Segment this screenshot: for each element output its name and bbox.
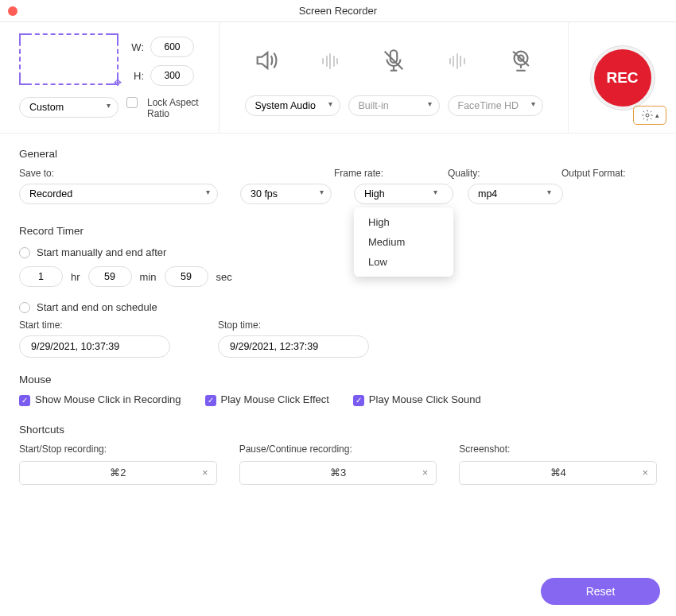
- region-preview[interactable]: ✥: [19, 33, 118, 85]
- start-time-label: Start time:: [19, 320, 170, 331]
- timer-manual-option[interactable]: Start manually and end after: [19, 246, 657, 258]
- clear-icon[interactable]: ×: [642, 467, 648, 478]
- shortcut-pause-input[interactable]: ⌘3×: [239, 461, 437, 485]
- record-timer-heading: Record Timer: [19, 225, 657, 237]
- svg-point-5: [646, 114, 649, 117]
- mic-disabled-icon: [380, 47, 407, 76]
- mic-level-icon: [449, 53, 465, 69]
- timer-manual-label: Start manually and end after: [37, 246, 166, 258]
- shortcut-screenshot-input[interactable]: ⌘4×: [459, 461, 657, 485]
- camera-disabled-icon: [507, 47, 534, 76]
- settings-toggle-button[interactable]: ▴: [633, 106, 666, 125]
- play-effect-checkbox[interactable]: Play Mouse Click Effect: [205, 393, 329, 406]
- height-input[interactable]: [150, 65, 194, 86]
- shortcut-pause-label: Pause/Continue recording:: [239, 444, 437, 455]
- output-format-select[interactable]: mp4: [468, 184, 563, 204]
- duration-hr-input[interactable]: [19, 266, 63, 287]
- audio-camera-section: System Audio Built-in FaceTime HD: [219, 22, 569, 133]
- move-icon: ✥: [114, 77, 122, 88]
- checked-icon: [353, 395, 364, 406]
- height-label: H:: [128, 70, 144, 82]
- speaker-level-icon: [322, 53, 338, 69]
- min-unit: min: [140, 271, 157, 283]
- save-to-select[interactable]: Recorded: [19, 184, 218, 204]
- quality-option-low[interactable]: Low: [354, 252, 453, 272]
- clear-icon[interactable]: ×: [202, 467, 208, 478]
- clear-icon[interactable]: ×: [422, 467, 429, 478]
- stop-time-label: Stop time:: [218, 320, 369, 331]
- shortcut-screenshot-label: Screenshot:: [459, 444, 657, 455]
- show-click-checkbox[interactable]: Show Mouse Click in Recording: [19, 393, 181, 406]
- save-to-label: Save to:: [19, 168, 312, 179]
- duration-sec-input[interactable]: [165, 266, 208, 287]
- timer-schedule-label: Start and end on schedule: [37, 301, 157, 313]
- titlebar: Screen Recorder: [0, 0, 676, 22]
- system-audio-select[interactable]: System Audio: [245, 95, 340, 116]
- radio-icon: [19, 247, 30, 258]
- checked-icon: [19, 395, 30, 406]
- reset-button[interactable]: Reset: [541, 578, 660, 605]
- region-section: ✥ W: H: Custom Lock Aspect Ratio: [0, 22, 219, 133]
- top-row: ✥ W: H: Custom Lock Aspect Ratio: [0, 22, 676, 134]
- quality-select[interactable]: High: [354, 184, 453, 204]
- window-title: Screen Recorder: [0, 5, 676, 17]
- region-mode-select[interactable]: Custom: [19, 97, 118, 118]
- output-format-label: Output Format:: [561, 168, 657, 179]
- mic-select[interactable]: Built-in: [348, 95, 440, 116]
- settings-panel: General Save to: Frame rate: Quality: Ou…: [0, 134, 676, 493]
- record-button[interactable]: REC: [591, 46, 655, 110]
- lock-aspect-checkbox[interactable]: Lock Aspect Ratio: [126, 97, 203, 120]
- speaker-icon: [253, 47, 280, 76]
- camera-select[interactable]: FaceTime HD: [448, 95, 543, 116]
- gear-icon: [641, 109, 654, 122]
- width-input[interactable]: [150, 37, 194, 57]
- start-time-input[interactable]: [19, 335, 170, 358]
- quality-option-high[interactable]: High: [354, 212, 453, 232]
- frame-rate-label: Frame rate:: [334, 168, 425, 179]
- radio-icon: [19, 302, 30, 313]
- mouse-heading: Mouse: [19, 374, 657, 385]
- frame-rate-select[interactable]: 30 fps: [240, 184, 332, 204]
- shortcut-start-label: Start/Stop recording:: [19, 444, 217, 455]
- quality-option-medium[interactable]: Medium: [354, 232, 453, 252]
- checkbox-icon: [126, 97, 138, 108]
- record-section: REC ▴: [569, 22, 676, 133]
- width-label: W:: [128, 41, 144, 53]
- quality-dropdown: High Medium Low: [354, 207, 453, 277]
- quality-label: Quality:: [448, 168, 539, 179]
- general-heading: General: [19, 148, 657, 160]
- checked-icon: [205, 395, 216, 406]
- duration-min-input[interactable]: [88, 266, 132, 287]
- play-sound-checkbox[interactable]: Play Mouse Click Sound: [353, 393, 481, 406]
- shortcut-start-input[interactable]: ⌘2×: [19, 461, 217, 485]
- timer-schedule-option[interactable]: Start and end on schedule: [19, 301, 657, 313]
- stop-time-input[interactable]: [218, 335, 369, 358]
- sec-unit: sec: [216, 271, 232, 283]
- lock-aspect-label: Lock Aspect Ratio: [147, 97, 203, 120]
- chevron-up-icon: ▴: [655, 111, 659, 119]
- hr-unit: hr: [71, 271, 80, 283]
- shortcuts-heading: Shortcuts: [19, 424, 657, 436]
